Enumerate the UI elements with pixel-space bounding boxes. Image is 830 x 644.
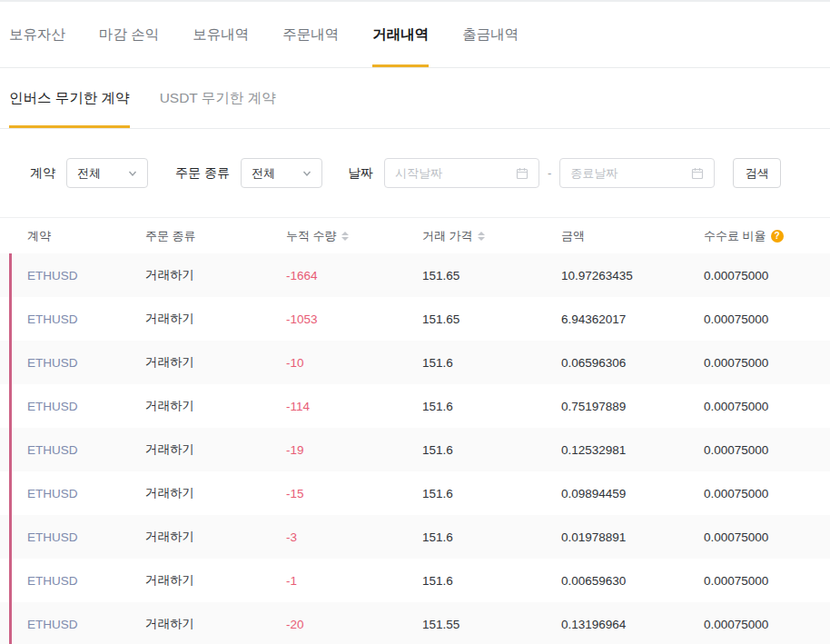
contract-select-value: 전체 <box>77 165 101 182</box>
table-row[interactable]: ETHUSD 거래하기 -3 151.6 0.01978891 0.000750… <box>0 515 830 559</box>
cell-filled-qty: -114 <box>286 400 422 413</box>
start-date-input[interactable]: 시작날짜 <box>384 158 539 188</box>
cell-fee-rate: 0.00075000 <box>704 487 803 500</box>
cell-contract: ETHUSD <box>27 530 145 544</box>
calendar-icon <box>691 167 704 180</box>
cell-filled-qty: -1 <box>286 574 422 588</box>
cell-fee-rate: 0.00075000 <box>704 400 803 413</box>
table-body: ETHUSD 거래하기 -1664 151.65 10.97263435 0.0… <box>0 253 830 644</box>
cell-order-type: 거래하기 <box>145 616 286 632</box>
cell-filled-qty: -1664 <box>286 269 422 282</box>
tab-trade-history[interactable]: 거래내역 <box>372 2 429 67</box>
tab-assets[interactable]: 보유자산 <box>9 2 65 67</box>
primary-tab-bar: 보유자산 마감 손익 보유내역 주문내역 거래내역 출금내역 <box>0 0 830 68</box>
cell-order-type: 거래하기 <box>145 529 286 545</box>
cell-contract: ETHUSD <box>27 400 145 413</box>
table-row[interactable]: ETHUSD 거래하기 -1664 151.65 10.97263435 0.0… <box>0 253 830 297</box>
search-button[interactable]: 검색 <box>733 158 781 188</box>
table-row[interactable]: ETHUSD 거래하기 -19 151.6 0.12532981 0.00075… <box>0 428 830 471</box>
cell-contract: ETHUSD <box>27 574 145 588</box>
col-header-filled-qty: 누적 수량 <box>286 228 422 244</box>
cell-fee-rate: 0.00075000 <box>704 443 803 457</box>
cell-amount: 0.09894459 <box>561 487 704 500</box>
cell-amount: 6.94362017 <box>561 312 704 326</box>
cell-fee-rate: 0.00075000 <box>704 530 803 544</box>
cell-trade-price: 151.6 <box>422 574 561 588</box>
cell-filled-qty: -1053 <box>286 312 422 326</box>
table-row[interactable]: ETHUSD 거래하기 -1 151.6 0.00659630 0.000750… <box>0 559 830 602</box>
cell-filled-qty: -10 <box>286 356 422 370</box>
order-type-filter-label: 주문 종류 <box>175 165 230 182</box>
cell-order-type: 거래하기 <box>145 398 286 414</box>
help-icon[interactable]: ? <box>771 230 784 243</box>
table-row[interactable]: ETHUSD 거래하기 -20 151.55 0.13196964 0.0007… <box>0 602 830 644</box>
sort-icon[interactable] <box>478 232 485 241</box>
subtab-inverse-perpetual[interactable]: 인버스 무기한 계약 <box>9 68 130 128</box>
cell-amount: 0.06596306 <box>561 356 704 370</box>
table-row[interactable]: ETHUSD 거래하기 -1053 151.65 6.94362017 0.00… <box>0 297 830 341</box>
subtab-usdt-perpetual[interactable]: USDT 무기한 계약 <box>160 68 276 128</box>
cell-order-type: 거래하기 <box>145 572 286 589</box>
chevron-down-icon <box>302 169 311 178</box>
cell-fee-rate: 0.00075000 <box>704 269 803 282</box>
table-row[interactable]: ETHUSD 거래하기 -15 151.6 0.09894459 0.00075… <box>0 471 830 515</box>
cell-filled-qty: -19 <box>286 443 422 457</box>
cell-contract: ETHUSD <box>27 356 145 370</box>
cell-trade-price: 151.6 <box>422 530 561 544</box>
cell-amount: 0.13196964 <box>561 618 704 631</box>
cell-contract: ETHUSD <box>27 312 145 326</box>
cell-order-type: 거래하기 <box>145 485 286 501</box>
tab-closed-pnl[interactable]: 마감 손익 <box>99 2 159 67</box>
table-row[interactable]: ETHUSD 거래하기 -10 151.6 0.06596306 0.00075… <box>0 341 830 384</box>
trade-history-page: 보유자산 마감 손익 보유내역 주문내역 거래내역 출금내역 인버스 무기한 계… <box>0 0 830 644</box>
cell-order-type: 거래하기 <box>145 441 286 458</box>
cell-contract: ETHUSD <box>27 443 145 457</box>
cell-trade-price: 151.6 <box>422 400 561 413</box>
tab-order-history[interactable]: 주문내역 <box>282 2 339 67</box>
calendar-icon <box>516 167 529 180</box>
col-header-order-type: 주문 종류 <box>145 228 286 244</box>
cell-fee-rate: 0.00075000 <box>704 312 803 326</box>
col-header-fee-rate: 수수료 비율 ? <box>704 228 803 244</box>
cell-amount: 0.00659630 <box>561 574 704 588</box>
cell-trade-price: 151.6 <box>422 356 561 370</box>
chevron-down-icon <box>128 169 137 178</box>
cell-fee-rate: 0.00075000 <box>704 618 803 631</box>
date-range-separator: - <box>548 166 551 180</box>
cell-order-type: 거래하기 <box>145 354 286 371</box>
cell-filled-qty: -20 <box>286 618 422 631</box>
order-type-select-value: 전체 <box>252 165 275 182</box>
table-edge-stripe <box>9 253 12 644</box>
cell-amount: 10.97263435 <box>561 269 704 282</box>
col-header-amount: 금액 <box>561 228 704 244</box>
cell-amount: 0.75197889 <box>561 400 704 413</box>
cell-contract: ETHUSD <box>27 618 145 631</box>
cell-trade-price: 151.6 <box>422 443 561 457</box>
cell-order-type: 거래하기 <box>145 311 286 327</box>
end-date-input[interactable]: 종료날짜 <box>559 158 715 188</box>
sort-icon[interactable] <box>341 232 349 241</box>
table-header-row: 계약 주문 종류 누적 수량 거래 가격 금액 수수료 비율 ? <box>0 218 830 253</box>
cell-trade-price: 151.55 <box>422 618 561 631</box>
contract-filter-label: 계약 <box>30 165 55 182</box>
table-row[interactable]: ETHUSD 거래하기 -114 151.6 0.75197889 0.0007… <box>0 384 830 428</box>
cell-fee-rate: 0.00075000 <box>704 356 803 370</box>
cell-fee-rate: 0.00075000 <box>704 574 803 588</box>
contract-select[interactable]: 전체 <box>66 158 148 188</box>
date-filter-label: 날짜 <box>348 165 373 182</box>
cell-trade-price: 151.6 <box>422 487 561 500</box>
trade-history-table: 계약 주문 종류 누적 수량 거래 가격 금액 수수료 비율 ? ETHUSD <box>0 217 830 644</box>
order-type-select[interactable]: 전체 <box>241 158 322 188</box>
cell-trade-price: 151.65 <box>422 269 561 282</box>
col-header-contract: 계약 <box>27 228 145 244</box>
filter-bar: 계약 전체 주문 종류 전체 날짜 시작날짜 - 종료날짜 검색 <box>0 129 830 217</box>
end-date-placeholder: 종료날짜 <box>570 165 618 182</box>
cell-filled-qty: -15 <box>286 487 422 500</box>
tab-withdrawals[interactable]: 출금내역 <box>462 2 519 67</box>
cell-amount: 0.01978891 <box>561 530 704 544</box>
col-header-trade-price: 거래 가격 <box>422 228 561 244</box>
tab-positions[interactable]: 보유내역 <box>193 2 249 67</box>
start-date-placeholder: 시작날짜 <box>395 165 442 182</box>
cell-filled-qty: -3 <box>286 530 422 544</box>
cell-contract: ETHUSD <box>27 487 145 500</box>
